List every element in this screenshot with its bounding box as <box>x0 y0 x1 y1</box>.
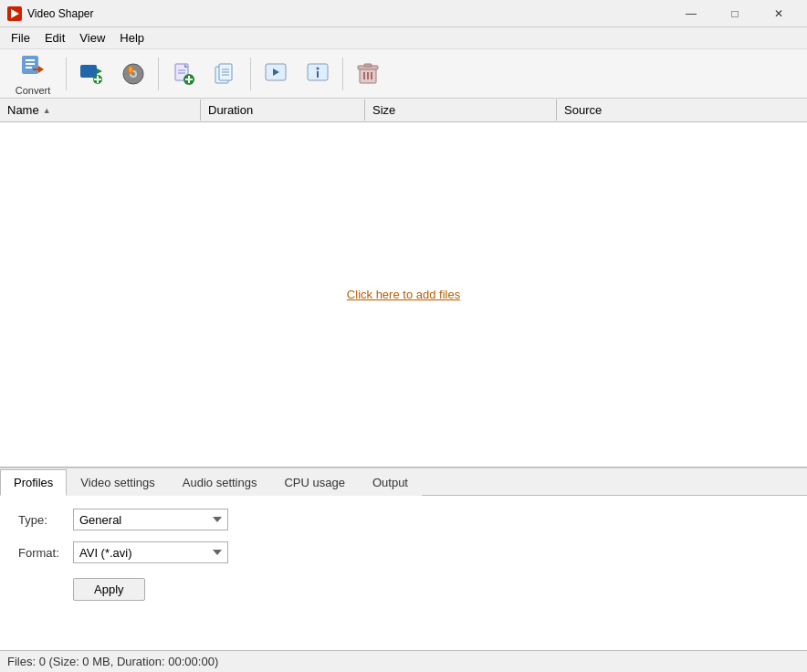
add-video-icon <box>79 62 103 86</box>
svg-marker-6 <box>38 66 44 73</box>
tabs-bar: Profiles Video settings Audio settings C… <box>0 468 807 496</box>
apply-button[interactable]: Apply <box>73 578 145 601</box>
tab-output[interactable]: Output <box>359 469 422 496</box>
app-icon <box>7 6 22 21</box>
title-bar: Video Shaper — □ ✕ <box>0 0 807 27</box>
file-list-area: Name ▲ Duration Size Source Click here t… <box>0 99 807 467</box>
add-file-button[interactable] <box>164 53 203 95</box>
minimize-button[interactable]: — <box>670 5 712 23</box>
info-icon <box>306 62 330 86</box>
svg-rect-40 <box>364 64 372 67</box>
close-button[interactable]: ✕ <box>758 5 800 23</box>
svg-rect-5 <box>26 67 32 68</box>
delete-icon <box>356 62 380 86</box>
svg-rect-3 <box>26 59 35 61</box>
menu-file[interactable]: File <box>4 29 37 47</box>
menu-bar: File Edit View Help <box>0 27 807 49</box>
copy-button[interactable] <box>206 53 245 95</box>
burn-disc-button[interactable] <box>114 53 152 95</box>
type-label: Type: <box>18 513 73 527</box>
svg-rect-8 <box>80 65 97 78</box>
svg-rect-4 <box>26 63 35 65</box>
format-label: Format: <box>18 546 73 560</box>
type-select[interactable]: General Mobile Web Custom <box>73 509 228 530</box>
play-button[interactable] <box>257 53 295 95</box>
tab-cpu-usage[interactable]: CPU usage <box>270 469 358 496</box>
play-icon <box>264 62 288 86</box>
format-select[interactable]: AVI (*.avi) MP4 (*.mp4) MKV (*.mkv) MOV … <box>73 541 228 563</box>
status-bar: Files: 0 (Size: 0 MB, Duration: 00:00:00… <box>0 650 807 672</box>
menu-view[interactable]: View <box>72 29 112 47</box>
toolbar-separator-4 <box>342 58 343 90</box>
add-files-link[interactable]: Click here to add files <box>347 288 460 301</box>
window-title: Video Shaper <box>27 7 94 20</box>
add-video-button[interactable] <box>72 53 110 95</box>
copy-icon <box>214 62 237 86</box>
column-name[interactable]: Name ▲ <box>0 100 201 121</box>
sort-arrow-icon: ▲ <box>43 106 51 115</box>
window-controls: — □ ✕ <box>670 5 800 23</box>
format-row: Format: AVI (*.avi) MP4 (*.mp4) MKV (*.m… <box>18 541 789 563</box>
bottom-panel: Profiles Video settings Audio settings C… <box>0 467 807 650</box>
column-size[interactable]: Size <box>365 100 557 121</box>
convert-label: Convert <box>16 85 51 96</box>
menu-edit[interactable]: Edit <box>37 29 72 47</box>
tab-profiles[interactable]: Profiles <box>0 469 67 496</box>
menu-help[interactable]: Help <box>112 29 152 47</box>
burn-disc-icon <box>121 62 145 86</box>
toolbar: Convert <box>0 49 807 99</box>
column-source[interactable]: Source <box>557 100 807 121</box>
status-text: Files: 0 (Size: 0 MB, Duration: 00:00:00… <box>7 655 218 668</box>
tab-video-settings[interactable]: Video settings <box>67 469 168 496</box>
apply-row: Apply <box>18 574 789 601</box>
svg-marker-9 <box>97 68 102 74</box>
file-list-header: Name ▲ Duration Size Source <box>0 99 807 122</box>
info-button[interactable] <box>299 53 337 95</box>
convert-icon <box>20 52 46 83</box>
svg-point-17 <box>129 67 132 72</box>
delete-button[interactable] <box>349 53 387 95</box>
type-row: Type: General Mobile Web Custom <box>18 509 789 530</box>
file-list-content[interactable]: Click here to add files <box>0 122 807 467</box>
toolbar-separator-2 <box>158 58 159 90</box>
maximize-button[interactable]: □ <box>714 5 756 23</box>
toolbar-separator-3 <box>250 58 251 90</box>
add-file-icon <box>172 62 195 86</box>
tab-audio-settings[interactable]: Audio settings <box>169 469 271 496</box>
svg-point-33 <box>317 67 320 69</box>
convert-button[interactable]: Convert <box>5 53 60 95</box>
toolbar-separator-1 <box>66 58 67 90</box>
profiles-tab-content: Type: General Mobile Web Custom Format: … <box>0 496 807 650</box>
column-duration[interactable]: Duration <box>201 100 365 121</box>
